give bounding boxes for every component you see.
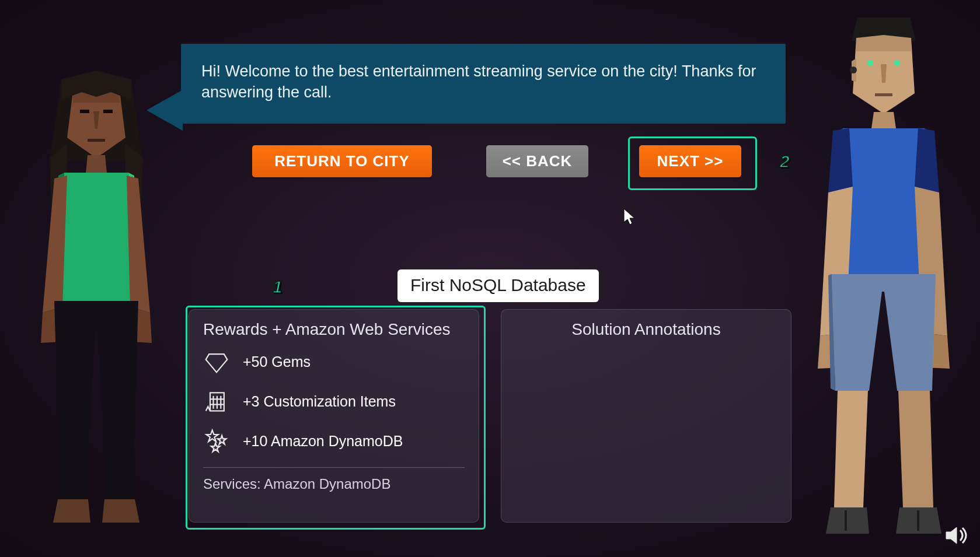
quest-title-chip: First NoSQL Database [397,269,599,302]
svg-point-24 [867,60,873,66]
gem-icon [203,348,230,375]
svg-rect-5 [103,110,113,113]
dialogue-bubble: Hi! Welcome to the best entertainment st… [181,44,786,124]
dialogue-text: Hi! Welcome to the best entertainment st… [201,62,756,101]
rewards-heading: Rewards + Amazon Web Services [203,320,465,339]
back-button[interactable]: << BACK [486,145,588,177]
svg-marker-49 [206,354,228,372]
svg-rect-6 [88,139,105,142]
rewards-panel: Rewards + Amazon Web Services +50 Gems +… [189,309,479,523]
solutions-heading: Solution Annotations [515,320,777,339]
svg-marker-34 [828,128,853,192]
svg-marker-15 [127,176,150,313]
stars-icon [203,428,230,454]
cursor-icon [623,208,636,230]
svg-marker-58 [211,443,220,452]
step-marker-2: 2 [780,152,790,171]
svg-rect-4 [80,110,89,113]
svg-marker-23 [856,35,911,51]
svg-marker-18 [54,301,138,499]
svg-point-29 [850,66,857,73]
reward-label: +10 Amazon DynamoDB [243,433,403,450]
svg-marker-35 [915,128,939,192]
svg-marker-48 [624,209,634,225]
svg-marker-56 [207,430,218,442]
svg-marker-10 [86,155,107,173]
svg-marker-42 [834,391,868,507]
building-icon [203,388,230,415]
reward-row: +50 Gems [203,348,465,375]
next-button[interactable]: NEXT >> [639,145,741,177]
svg-marker-7 [61,71,131,100]
services-line: Services: Amazon DynamoDB [203,476,465,492]
return-to-city-button[interactable]: RETURN TO CITY [252,145,432,177]
svg-marker-19 [53,499,90,523]
reward-row: +10 Amazon DynamoDB [203,428,465,454]
sound-toggle[interactable] [945,526,968,545]
svg-marker-43 [898,391,933,507]
svg-marker-57 [218,436,226,444]
svg-point-25 [894,60,900,66]
svg-marker-44 [826,507,869,534]
svg-marker-59 [946,527,957,544]
reward-label: +3 Customization Items [243,393,396,410]
svg-marker-40 [832,274,936,391]
reward-row: +3 Customization Items [203,388,465,415]
svg-rect-27 [875,93,892,96]
svg-marker-20 [102,499,139,523]
solutions-panel: Solution Annotations [501,309,791,523]
reward-label: +50 Gems [243,353,311,370]
step-marker-1: 1 [273,277,283,297]
svg-marker-30 [871,112,896,128]
player-avatar [787,6,968,551]
